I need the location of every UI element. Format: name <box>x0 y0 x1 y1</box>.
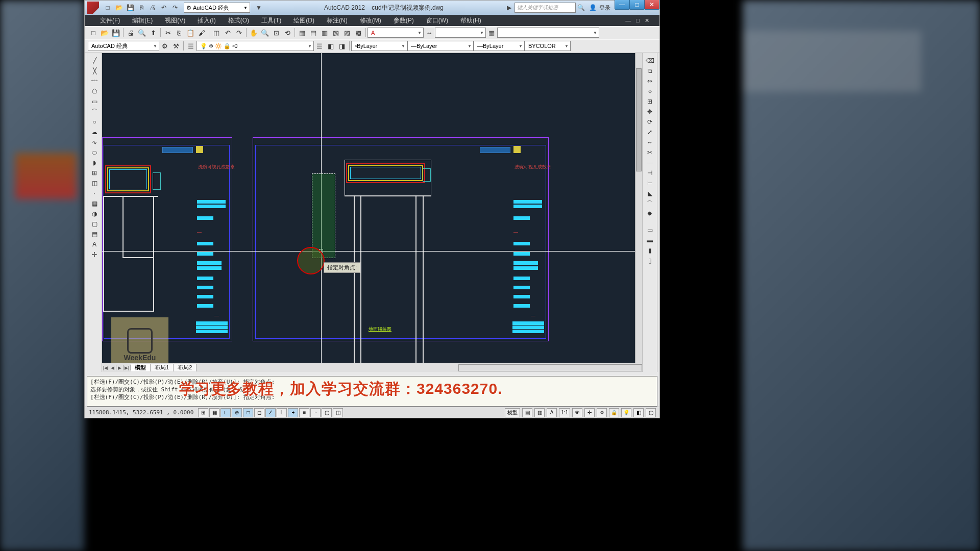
tablestyle-dropdown[interactable] <box>497 28 599 38</box>
tab-nav-first-icon[interactable]: |◀ <box>102 365 109 370</box>
layer-dropdown[interactable]: 💡 ❄ 🔆 🔒 ▫ 0 <box>197 41 314 51</box>
tb-matchprop-icon[interactable]: 🖌 <box>196 27 207 38</box>
tb-wssettings-icon[interactable]: ⚒ <box>170 40 182 52</box>
tb-paste-icon[interactable]: 📋 <box>185 27 196 38</box>
tb-layeriso-icon[interactable]: ◧ <box>325 40 336 52</box>
tab-nav-last-icon[interactable]: ▶| <box>124 365 131 370</box>
mod-dim4-icon[interactable]: ▯ <box>645 256 655 265</box>
mod-rotate-icon[interactable]: ⟳ <box>645 117 655 127</box>
tool-polygon-icon[interactable]: ⬠ <box>89 87 100 96</box>
tb-print-icon[interactable]: 🖨 <box>125 27 136 38</box>
hardware-accel-icon[interactable]: 💡 <box>621 408 631 417</box>
menu-tools[interactable]: 工具(T) <box>256 15 286 26</box>
lwt-toggle[interactable]: ≡ <box>299 408 309 417</box>
tab-layout2[interactable]: 布局2 <box>174 364 197 371</box>
ws-switch-icon[interactable]: ⚙ <box>597 408 607 417</box>
menu-edit[interactable]: 编辑(E) <box>127 15 158 26</box>
menu-draw[interactable]: 绘图(D) <box>288 15 320 26</box>
tb-undo-icon[interactable]: ↶ <box>222 27 233 38</box>
isolate-icon[interactable]: ◧ <box>633 408 644 417</box>
tb-wssave-icon[interactable]: ⚙ <box>159 40 170 52</box>
tool-pline-icon[interactable]: 〰 <box>89 77 100 86</box>
mod-offset-icon[interactable]: ⟐ <box>645 87 655 96</box>
mod-scale-icon[interactable]: ⤢ <box>645 128 655 137</box>
menu-modify[interactable]: 修改(M) <box>355 15 386 26</box>
mod-break-icon[interactable]: ⊣ <box>645 168 655 178</box>
drawing-area[interactable]: 洗碗可视孔成数卓 — — <box>102 53 642 372</box>
menu-format[interactable]: 格式(O) <box>223 15 254 26</box>
tb-sheetset-icon[interactable]: ▧ <box>330 27 341 38</box>
tool-spline-icon[interactable]: ∿ <box>89 138 100 147</box>
cleanscreen-icon[interactable]: ▢ <box>646 408 656 417</box>
tb-layerstate-icon[interactable]: ☰ <box>314 40 325 52</box>
osnap3d-toggle[interactable]: ◻ <box>254 408 264 417</box>
doc-min-icon[interactable]: — <box>625 17 631 23</box>
qat-print-icon[interactable]: 🖨 <box>148 3 157 12</box>
color-dropdown[interactable]: ▫ ByLayer <box>351 41 407 51</box>
tb-layerprev-icon[interactable]: ◨ <box>336 40 348 52</box>
horizontal-scrollbar[interactable] <box>458 364 642 371</box>
doc-close-icon[interactable]: ✕ <box>645 17 649 24</box>
tb-quickcalc-icon[interactable]: ▩ <box>353 27 364 38</box>
mod-dim1-icon[interactable]: ▭ <box>645 226 655 235</box>
toolbar-lock-icon[interactable]: 🔒 <box>609 408 619 417</box>
tb-new-icon[interactable]: □ <box>88 27 99 38</box>
tpy-toggle[interactable]: ▫ <box>310 408 321 417</box>
qp-toggle[interactable]: ▢ <box>322 408 332 417</box>
mod-dim3-icon[interactable]: ▮ <box>645 246 655 255</box>
mod-join-icon[interactable]: ⊢ <box>645 179 655 188</box>
mod-move-icon[interactable]: ✥ <box>645 107 655 116</box>
tb-copy-icon[interactable]: ⎘ <box>174 27 185 38</box>
mod-erase-icon[interactable]: ⌫ <box>645 56 655 65</box>
tb-save-icon[interactable]: 💾 <box>110 27 121 38</box>
tb-markup-icon[interactable]: ▨ <box>341 27 353 38</box>
tb-redo-icon[interactable]: ↷ <box>233 27 244 38</box>
quickview-drawings-icon[interactable]: ▥ <box>534 408 545 417</box>
tool-ellipsearc-icon[interactable]: ◗ <box>89 158 100 167</box>
tb-designcenter-icon[interactable]: ▤ <box>308 27 319 38</box>
tab-model[interactable]: 模型 <box>131 364 151 371</box>
menu-parametric[interactable]: 参数(P) <box>388 15 419 26</box>
qat-save-icon[interactable]: 💾 <box>126 3 135 12</box>
tool-xline-icon[interactable]: ╳ <box>89 66 100 76</box>
tb-open-icon[interactable]: 📂 <box>99 27 110 38</box>
mod-explode-icon[interactable]: ✸ <box>645 209 655 218</box>
tb-zoomprev-icon[interactable]: ⟲ <box>282 27 293 38</box>
tb-dim-icon[interactable]: ↔ <box>424 27 435 38</box>
mod-extend-icon[interactable]: — <box>645 158 655 167</box>
vertical-scrollbar[interactable] <box>635 53 642 363</box>
tool-circle-icon[interactable]: ○ <box>89 117 100 127</box>
lineweight-dropdown[interactable]: — ByLayer <box>474 41 525 51</box>
grid-toggle[interactable]: ▦ <box>209 408 219 417</box>
tb-publish-icon[interactable]: ⬆ <box>148 27 159 38</box>
polar-toggle[interactable]: ⊕ <box>232 408 242 417</box>
title-search-next-icon[interactable]: ▶ <box>504 3 513 12</box>
tb-table-icon[interactable]: ▦ <box>486 27 497 38</box>
mod-copy-icon[interactable]: ⧉ <box>645 66 655 76</box>
mod-array-icon[interactable]: ⊞ <box>645 97 655 106</box>
menu-dimension[interactable]: 标注(N) <box>322 15 353 26</box>
menu-help[interactable]: 帮助(H) <box>455 15 486 26</box>
tool-line-icon[interactable]: ╱ <box>89 56 100 65</box>
tool-ellipse-icon[interactable]: ⬭ <box>89 148 100 157</box>
menu-view[interactable]: 视图(V) <box>160 15 190 26</box>
mod-fillet-icon[interactable]: ⌒ <box>645 199 655 208</box>
menu-window[interactable]: 窗口(W) <box>421 15 453 26</box>
qat-dropdown-icon[interactable]: ▼ <box>254 3 263 12</box>
tool-arc-icon[interactable]: ⌒ <box>89 107 100 116</box>
annoauto-icon[interactable]: ✢ <box>584 408 595 417</box>
tool-revcloud-icon[interactable]: ☁ <box>89 128 100 137</box>
tb-cut-icon[interactable]: ✂ <box>162 27 174 38</box>
dimstyle-dropdown[interactable] <box>435 28 486 38</box>
tab-layout1[interactable]: 布局1 <box>151 364 174 371</box>
tab-nav-prev-icon[interactable]: ◀ <box>109 365 116 370</box>
tool-gradient-icon[interactable]: ◑ <box>89 209 100 218</box>
snap-toggle[interactable]: ⊞ <box>198 408 208 417</box>
tool-mtext-icon[interactable]: A <box>89 240 100 249</box>
tb-zoomrt-icon[interactable]: 🔍 <box>259 27 271 38</box>
mod-trim-icon[interactable]: ✂ <box>645 148 655 157</box>
close-button[interactable]: ✕ <box>644 0 659 10</box>
signin-label[interactable]: 登录 <box>599 4 610 12</box>
tool-hatch-icon[interactable]: ▦ <box>89 199 100 208</box>
mod-stretch-icon[interactable]: ↔ <box>645 138 655 147</box>
